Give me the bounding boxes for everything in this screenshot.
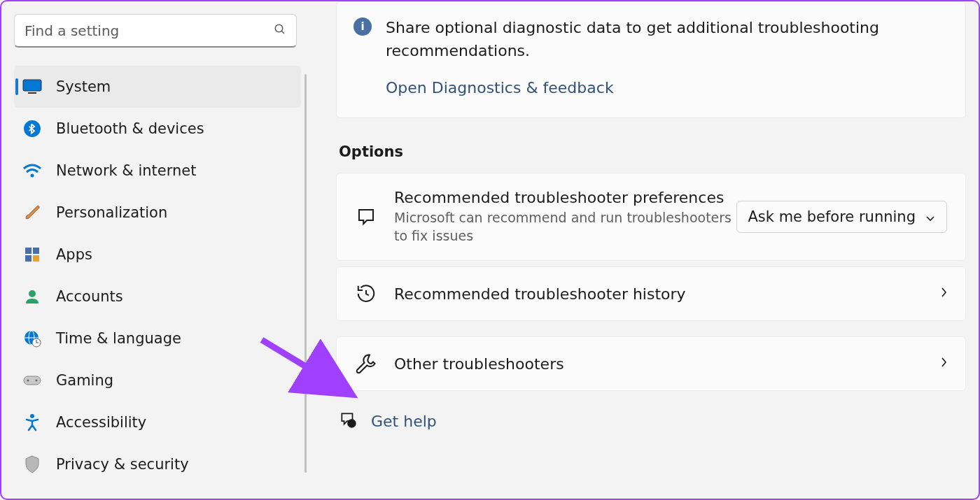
sidebar: System Bluetooth & devices Network & int… (1, 1, 309, 499)
search-box[interactable] (14, 14, 297, 48)
card-title: Other troubleshooters (394, 355, 940, 373)
preferences-dropdown[interactable]: Ask me before running (736, 201, 948, 233)
svg-rect-10 (33, 255, 39, 262)
bluetooth-icon (22, 119, 42, 138)
svg-rect-18 (24, 376, 41, 385)
dropdown-value: Ask me before running (748, 208, 916, 225)
main-content: i Share optional diagnostic data to get … (309, 1, 979, 499)
search-icon (274, 23, 286, 38)
brush-icon (22, 203, 42, 222)
sidebar-item-label: Time & language (56, 330, 181, 347)
shield-icon (22, 455, 42, 474)
svg-point-0 (275, 24, 283, 32)
monitor-icon (22, 77, 42, 97)
chat-icon (355, 206, 377, 228)
sidebar-item-label: Accessibility (56, 414, 146, 431)
sidebar-item-accounts[interactable]: Accounts (14, 276, 301, 317)
card-subtitle: Microsoft can recommend and run troubles… (394, 209, 736, 245)
svg-point-19 (27, 380, 29, 382)
sidebar-item-time-language[interactable]: Time & language (14, 317, 301, 359)
sidebar-item-label: Accounts (56, 288, 123, 305)
svg-point-21 (30, 414, 34, 418)
svg-rect-9 (25, 255, 31, 262)
help-icon: ? (339, 410, 357, 431)
sidebar-item-apps[interactable]: Apps (14, 234, 301, 276)
section-title-options: Options (339, 143, 966, 160)
sidebar-item-label: Bluetooth & devices (56, 120, 204, 137)
sidebar-item-accessibility[interactable]: Accessibility (14, 401, 301, 443)
sidebar-item-network[interactable]: Network & internet (14, 150, 301, 192)
help-label: Get help (371, 413, 437, 430)
card-title: Recommended troubleshooter preferences (394, 189, 736, 206)
sidebar-scrollbar[interactable] (304, 74, 307, 473)
sidebar-nav: System Bluetooth & devices Network & int… (14, 66, 309, 485)
apps-icon (22, 245, 42, 264)
sidebar-item-label: Apps (56, 246, 92, 263)
info-card: i Share optional diagnostic data to get … (336, 1, 966, 118)
svg-point-6 (31, 174, 34, 178)
get-help-link[interactable]: ? Get help (339, 410, 966, 431)
history-icon (355, 283, 377, 305)
svg-rect-2 (23, 80, 41, 91)
info-icon: i (354, 17, 372, 36)
card-other-troubleshooters[interactable]: Other troubleshooters (336, 336, 966, 391)
accessibility-icon (22, 413, 42, 432)
sidebar-item-label: Personalization (56, 204, 167, 221)
card-troubleshooter-preferences[interactable]: Recommended troubleshooter preferences M… (336, 173, 966, 261)
wifi-icon (22, 161, 42, 180)
card-title: Recommended troubleshooter history (394, 285, 940, 303)
sidebar-item-gaming[interactable]: Gaming (14, 359, 301, 401)
open-diagnostics-link[interactable]: Open Diagnostics & feedback (386, 79, 614, 97)
sidebar-item-label: Gaming (56, 372, 113, 389)
svg-rect-8 (33, 248, 39, 254)
svg-rect-4 (28, 92, 36, 94)
chevron-down-icon (925, 208, 935, 225)
svg-line-1 (281, 31, 284, 34)
search-input[interactable] (24, 22, 274, 39)
svg-text:?: ? (350, 421, 353, 427)
svg-rect-7 (25, 248, 31, 254)
sidebar-item-system[interactable]: System (14, 66, 301, 108)
gamepad-icon (22, 371, 42, 390)
chevron-right-icon (940, 357, 947, 371)
wrench-icon (355, 352, 377, 375)
card-troubleshooter-history[interactable]: Recommended troubleshooter history (336, 266, 966, 321)
svg-point-20 (36, 380, 38, 382)
info-text: Share optional diagnostic data to get ad… (386, 16, 948, 62)
sidebar-item-label: System (56, 78, 111, 95)
sidebar-item-privacy[interactable]: Privacy & security (14, 443, 301, 485)
sidebar-item-personalization[interactable]: Personalization (14, 192, 301, 234)
chevron-right-icon (940, 287, 947, 301)
svg-point-11 (29, 290, 36, 297)
sidebar-item-label: Network & internet (56, 162, 196, 179)
person-icon (22, 287, 42, 306)
sidebar-item-bluetooth[interactable]: Bluetooth & devices (14, 108, 301, 150)
sidebar-item-label: Privacy & security (56, 456, 189, 473)
globe-clock-icon (22, 329, 42, 348)
